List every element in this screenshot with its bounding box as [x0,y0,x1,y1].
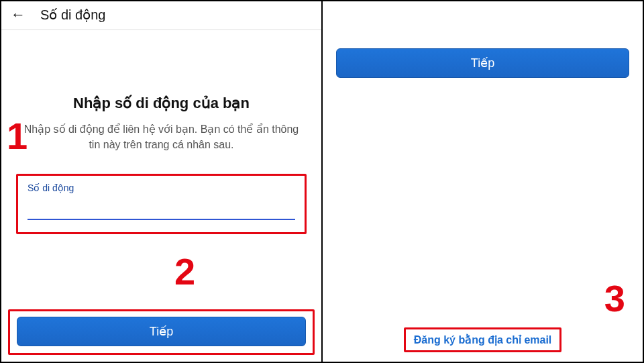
next-button-highlight: Tiếp [8,309,315,355]
content-area: Nhập số di động của bạn Nhập số di động … [1,95,321,234]
next-button[interactable]: Tiếp [336,48,629,78]
tutorial-frame: ← Số di động Nhập số di động của bạn Nhậ… [0,0,644,363]
page-title: Nhập số di động của bạn [16,95,307,112]
page-subtitle: Nhập số di động để liên hệ với bạn. Bạn … [16,121,307,152]
header-title: Số di động [40,7,105,23]
screen-next-email: Tiếp Đăng ký bằng địa chỉ email 3 [323,1,643,362]
signup-with-email-link[interactable]: Đăng ký bằng địa chỉ email [414,334,552,346]
next-button-label: Tiếp [150,324,173,339]
screen-mobile-number: ← Số di động Nhập số di động của bạn Nhậ… [1,1,323,362]
email-link-label: Đăng ký bằng địa chỉ email [414,334,552,346]
next-button-label: Tiếp [471,56,494,70]
next-button[interactable]: Tiếp [17,317,306,346]
next-button-area: Tiếp [336,48,629,78]
email-link-highlight: Đăng ký bằng địa chỉ email [404,327,562,352]
mobile-input-highlight: Số di động [16,174,307,234]
callout-3: 3 [604,276,625,320]
email-link-area: Đăng ký bằng địa chỉ email [323,327,643,352]
mobile-input[interactable] [28,205,295,220]
callout-2: 2 [174,250,195,293]
back-arrow-icon[interactable]: ← [11,7,25,22]
header-bar: ← Số di động [1,1,321,30]
mobile-input-label: Số di động [28,183,295,193]
